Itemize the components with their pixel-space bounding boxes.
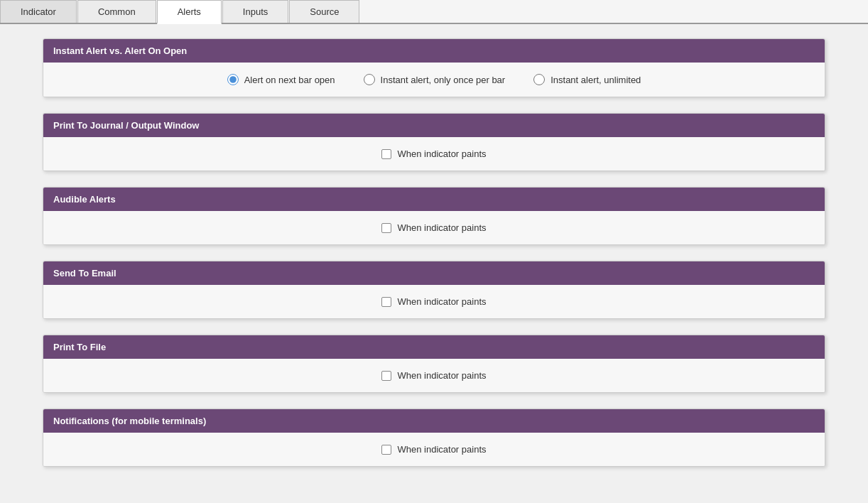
section-audible-alerts: Audible AlertsWhen indicator paints xyxy=(43,187,825,245)
section-body-print-to-journal: When indicator paints xyxy=(43,137,825,171)
radio-item-unlimited[interactable]: Instant alert, unlimited xyxy=(533,74,641,85)
radio-item-next-bar[interactable]: Alert on next bar open xyxy=(227,74,335,85)
section-header-instant-alert: Instant Alert vs. Alert On Open xyxy=(43,39,825,63)
radio-label-unlimited: Instant alert, unlimited xyxy=(550,75,641,85)
radio-label-once-per-bar: Instant alert, only once per bar xyxy=(381,75,506,85)
checkbox-label-file-paints: When indicator paints xyxy=(397,370,486,381)
checkbox-item-notif-paints[interactable]: When indicator paints xyxy=(381,444,486,455)
radio-item-once-per-bar[interactable]: Instant alert, only once per bar xyxy=(364,74,506,85)
section-header-audible-alerts: Audible Alerts xyxy=(43,188,825,211)
section-body-instant-alert: Alert on next bar openInstant alert, onl… xyxy=(43,63,825,97)
checkbox-input-notif-paints[interactable] xyxy=(381,445,391,455)
section-header-send-to-email: Send To Email xyxy=(43,261,825,285)
section-header-print-to-journal: Print To Journal / Output Window xyxy=(43,114,825,137)
section-print-to-file: Print To FileWhen indicator paints xyxy=(43,335,825,393)
checkbox-group-notifications: When indicator paints xyxy=(58,444,810,455)
section-header-notifications: Notifications (for mobile terminals) xyxy=(43,409,825,433)
section-body-send-to-email: When indicator paints xyxy=(43,285,825,318)
radio-input-unlimited[interactable] xyxy=(533,74,545,85)
tab-source[interactable]: Source xyxy=(289,0,359,23)
tab-inputs[interactable]: Inputs xyxy=(222,0,288,23)
checkbox-item-file-paints[interactable]: When indicator paints xyxy=(381,370,486,381)
checkbox-label-notif-paints: When indicator paints xyxy=(397,444,486,455)
checkbox-input-audible-paints[interactable] xyxy=(381,223,391,233)
section-body-notifications: When indicator paints xyxy=(43,433,825,466)
tab-bar: IndicatorCommonAlertsInputsSource xyxy=(0,0,868,24)
tab-alerts[interactable]: Alerts xyxy=(157,0,222,24)
section-body-audible-alerts: When indicator paints xyxy=(43,211,825,244)
section-body-print-to-file: When indicator paints xyxy=(43,359,825,392)
section-notifications: Notifications (for mobile terminals)When… xyxy=(43,409,825,467)
section-header-print-to-file: Print To File xyxy=(43,335,825,359)
tab-indicator[interactable]: Indicator xyxy=(0,0,77,23)
checkbox-group-send-to-email: When indicator paints xyxy=(58,296,810,307)
section-instant-alert: Instant Alert vs. Alert On OpenAlert on … xyxy=(43,38,825,97)
checkbox-group-print-to-file: When indicator paints xyxy=(58,370,810,381)
section-send-to-email: Send To EmailWhen indicator paints xyxy=(43,261,825,319)
content-area: Instant Alert vs. Alert On OpenAlert on … xyxy=(0,24,868,503)
checkbox-group-print-to-journal: When indicator paints xyxy=(58,148,810,159)
checkbox-item-audible-paints[interactable]: When indicator paints xyxy=(381,222,486,233)
checkbox-label-audible-paints: When indicator paints xyxy=(397,222,486,233)
checkbox-label-journal-paints: When indicator paints xyxy=(397,148,486,159)
tab-common[interactable]: Common xyxy=(77,0,156,23)
checkbox-group-audible-alerts: When indicator paints xyxy=(58,222,810,233)
radio-input-next-bar[interactable] xyxy=(227,74,239,85)
radio-input-once-per-bar[interactable] xyxy=(364,74,375,85)
section-print-to-journal: Print To Journal / Output WindowWhen ind… xyxy=(43,113,825,171)
checkbox-item-email-paints[interactable]: When indicator paints xyxy=(381,296,486,307)
radio-group-instant-alert: Alert on next bar openInstant alert, onl… xyxy=(58,74,810,85)
checkbox-input-email-paints[interactable] xyxy=(381,297,391,307)
checkbox-input-file-paints[interactable] xyxy=(381,371,391,381)
checkbox-input-journal-paints[interactable] xyxy=(381,149,391,159)
radio-label-next-bar: Alert on next bar open xyxy=(244,75,335,85)
checkbox-item-journal-paints[interactable]: When indicator paints xyxy=(381,148,486,159)
checkbox-label-email-paints: When indicator paints xyxy=(397,296,486,307)
